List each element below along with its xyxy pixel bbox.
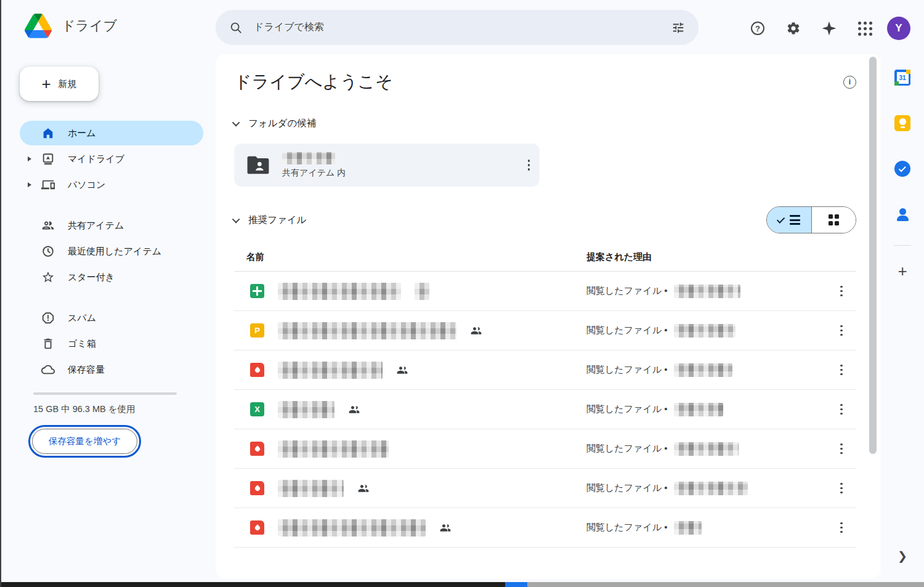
help-icon: ? <box>751 22 764 35</box>
suggested-folder-card[interactable]: 共有アイテム 内 <box>234 144 540 187</box>
get-more-storage-button[interactable]: 保存容量を増やす <box>32 429 137 454</box>
column-header-reason: 提案された理由 <box>586 251 827 263</box>
sidebar-item-my-drive[interactable]: マイドライブ <box>20 147 203 171</box>
sidebar-item-label: 保存容量 <box>68 364 105 376</box>
add-addon-button[interactable]: + <box>898 262 907 281</box>
row-more-menu[interactable] <box>837 479 846 498</box>
search-input[interactable]: ドライブで検索 <box>216 10 699 45</box>
expand-caret-icon[interactable] <box>28 156 31 161</box>
tasks-button[interactable] <box>890 156 915 181</box>
file-name-redacted <box>278 362 383 379</box>
expand-caret-icon[interactable] <box>28 182 31 187</box>
file-row[interactable]: 閲覧したファイル • <box>234 508 856 548</box>
app-title: ドライブ <box>62 17 117 35</box>
file-type-icon <box>250 284 264 298</box>
apps-grid-icon <box>858 22 872 36</box>
grid-view-button[interactable] <box>811 207 856 233</box>
table-body: 閲覧したファイル • P 閲覧したファイル • <box>234 272 856 548</box>
folder-more-menu[interactable] <box>524 156 534 174</box>
suggested-files-label: 推奨ファイル <box>248 214 306 227</box>
plus-icon: + <box>41 76 51 92</box>
row-more-menu[interactable] <box>837 282 846 301</box>
file-row[interactable]: X 閲覧したファイル • <box>234 390 856 429</box>
my-drive-icon <box>41 152 55 166</box>
top-bar: ドライブ ドライブで検索 ? Y <box>1 0 924 54</box>
bottom-edge-strip <box>1 582 924 587</box>
home-icon <box>41 126 55 140</box>
suggested-files-header[interactable]: 推奨ファイル <box>234 214 306 227</box>
row-more-menu[interactable] <box>837 519 846 537</box>
list-view-button[interactable] <box>767 207 811 233</box>
keep-icon <box>894 115 910 131</box>
list-view-icon <box>790 215 800 225</box>
sidebar-item-spam[interactable]: スパム <box>20 306 203 330</box>
row-more-menu[interactable] <box>837 440 846 458</box>
gemini-button[interactable] <box>816 15 843 42</box>
cloud-icon <box>41 362 55 377</box>
file-type-icon: X <box>250 402 264 416</box>
sidebar-item-recent[interactable]: 最近使用したアイテム <box>20 239 203 264</box>
help-button[interactable]: ? <box>744 15 771 42</box>
row-more-menu[interactable] <box>837 361 846 379</box>
search-icon <box>229 21 243 34</box>
contacts-button[interactable] <box>890 202 915 227</box>
sparkle-icon <box>821 20 837 36</box>
reason-detail-redacted <box>674 521 702 535</box>
view-toggle <box>766 206 856 233</box>
vertical-scrollbar[interactable] <box>869 57 877 454</box>
sidebar-item-label: ホーム <box>68 128 96 139</box>
file-name-redacted <box>278 283 401 300</box>
file-row[interactable]: P 閲覧したファイル • <box>234 311 856 350</box>
reason-detail-redacted <box>674 482 748 495</box>
sidebar-item-label: スター付き <box>68 272 115 283</box>
avatar[interactable]: Y <box>887 17 910 40</box>
sidebar-item-label: 最近使用したアイテム <box>68 246 161 257</box>
sidebar-item-storage[interactable]: 保存容量 <box>20 357 203 382</box>
reason-label: 閲覧したファイル • <box>586 325 668 336</box>
keep-button[interactable] <box>890 111 915 136</box>
computers-icon <box>41 177 55 192</box>
sidebar-item-trash[interactable]: ゴミ箱 <box>20 331 203 356</box>
row-more-menu[interactable] <box>837 400 846 419</box>
star-icon <box>41 270 55 285</box>
grid-view-icon <box>829 214 840 225</box>
drive-brand: ドライブ <box>25 14 117 38</box>
file-row[interactable]: 閲覧したファイル • <box>234 350 856 390</box>
sidebar-item-starred[interactable]: スター付き <box>20 265 203 289</box>
apps-button[interactable] <box>851 15 878 42</box>
collapse-panel-chevron[interactable]: ❯ <box>898 549 907 563</box>
shared-people-icon <box>439 522 452 534</box>
sidebar-nav: ホーム マイドライブ パソコン 共有アイ <box>1 121 216 382</box>
reason-detail-redacted <box>674 363 732 377</box>
sidebar-item-computers[interactable]: パソコン <box>20 172 203 197</box>
row-more-menu[interactable] <box>837 322 846 340</box>
file-row[interactable]: 閲覧したファイル • <box>234 272 856 311</box>
file-name-redacted <box>278 519 426 536</box>
reason-label: 閲覧したファイル • <box>586 443 668 455</box>
spam-icon <box>41 310 55 325</box>
contacts-icon <box>897 208 909 221</box>
reason-label: 閲覧したファイル • <box>586 522 668 533</box>
calendar-button[interactable]: 31 <box>890 65 915 90</box>
folder-location-label: 共有アイテム 内 <box>282 168 512 179</box>
sidebar-item-label: スパム <box>68 312 96 324</box>
sidebar-item-shared[interactable]: 共有アイテム <box>20 213 203 238</box>
file-row[interactable]: 閲覧したファイル • <box>234 469 856 508</box>
gear-icon <box>786 21 801 36</box>
info-icon[interactable]: i <box>843 76 856 89</box>
column-header-name[interactable]: 名前 <box>234 251 586 263</box>
chevron-down-icon <box>232 119 240 127</box>
sidebar-item-home[interactable]: ホーム <box>20 121 203 145</box>
check-icon <box>777 215 785 223</box>
reason-detail-redacted <box>674 442 739 456</box>
reason-label: 閲覧したファイル • <box>586 482 668 494</box>
main-content: ドライブへようこそ i フォルダの候補 共有アイテム 内 推奨ファイル <box>216 54 881 579</box>
sidebar-item-label: ゴミ箱 <box>68 338 96 350</box>
settings-button[interactable] <box>780 15 807 42</box>
search-filters-icon[interactable] <box>671 21 685 34</box>
file-row[interactable]: 閲覧したファイル • <box>234 429 856 469</box>
storage-progress-bar <box>33 392 177 395</box>
clock-icon <box>41 244 55 259</box>
new-button[interactable]: + 新規 <box>20 67 99 101</box>
suggested-folders-header[interactable]: フォルダの候補 <box>234 117 856 130</box>
